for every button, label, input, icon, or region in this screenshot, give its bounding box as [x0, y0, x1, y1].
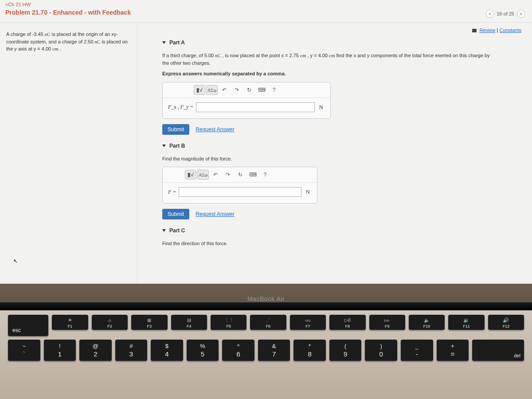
part-b-request-answer[interactable]: Request Answer	[196, 211, 234, 217]
key-f1[interactable]: ☀F1	[52, 315, 88, 330]
key-del[interactable]: del	[472, 340, 524, 361]
part-a-lhs: F_x , F_y =	[168, 104, 193, 110]
redo-icon[interactable]: ↷	[231, 85, 243, 95]
part-a-title: Part A	[169, 39, 185, 46]
key-f11[interactable]: 🔉F11	[448, 315, 484, 330]
key-icon: ▹▹	[384, 317, 390, 323]
key-icon: ⋮⋮	[224, 317, 234, 323]
part-b-lhs: F =	[168, 189, 176, 196]
part-b-unit: N	[304, 188, 312, 196]
next-button[interactable]: >	[517, 10, 525, 18]
part-a-input[interactable]	[196, 102, 314, 112]
part-b-prompt: Find the magnitude of this force.	[162, 155, 490, 163]
breadcrumb[interactable]: <Ch 21 HW	[0, 0, 532, 8]
part-a-submit-button[interactable]: Submit	[162, 124, 189, 135]
key-f7[interactable]: ◃◃F7	[290, 315, 326, 330]
part-c-title: Part C	[169, 227, 185, 234]
key--[interactable]: _-	[401, 340, 433, 361]
pager: < 16 of 25 >	[486, 10, 525, 18]
key-f12[interactable]: 🔊F12	[488, 315, 524, 330]
chevron-down-icon	[162, 229, 166, 232]
part-a-unit: N	[317, 104, 325, 111]
problem-title: Problem 21.70 - Enhanced - with Feedback	[0, 8, 532, 19]
undo-icon[interactable]: ↶	[210, 170, 221, 180]
part-a-answerbox: ▮√ ΑΣφ ↶ ↷ ↻ ⌨ ? F_x , F_y = N	[162, 82, 331, 119]
key-2[interactable]: @2	[79, 340, 112, 361]
chevron-down-icon	[162, 41, 166, 44]
chevron-down-icon	[162, 145, 166, 147]
template-tool[interactable]: ▮√	[194, 85, 205, 95]
greek-tool[interactable]: ΑΣφ	[197, 170, 209, 180]
key-3[interactable]: #3	[115, 340, 148, 361]
key-f6[interactable]: ⋰F6	[250, 315, 286, 330]
key-f5[interactable]: ⋮⋮F5	[211, 315, 246, 330]
key-icon: ▷II	[344, 317, 351, 323]
template-tool[interactable]: ▮√	[185, 170, 196, 180]
keyboard-icon[interactable]: ⌨	[247, 170, 258, 180]
key-9[interactable]: (9	[329, 340, 362, 361]
key-f9[interactable]: ▹▹F9	[369, 315, 405, 330]
key-=[interactable]: +=	[437, 340, 469, 361]
keyboard-icon[interactable]: ⌨	[256, 85, 267, 95]
laptop-brand: MacBook Air	[247, 295, 285, 302]
key-f10[interactable]: 🔈F10	[409, 315, 445, 330]
key-f4[interactable]: ⊟F4	[171, 315, 207, 330]
part-a-header[interactable]: Part A	[162, 39, 523, 46]
part-b-answerbox: ▮√ ΑΣφ ↶ ↷ ↻ ⌨ ? F = N	[162, 167, 317, 203]
key-0[interactable]: )0	[365, 340, 397, 361]
part-b-header[interactable]: Part B	[162, 143, 523, 149]
page-counter: 16 of 25	[497, 11, 514, 16]
greek-tool[interactable]: ΑΣφ	[206, 85, 218, 95]
key-icon: ◃◃	[305, 317, 310, 323]
key-f2[interactable]: ☼F2	[92, 315, 128, 330]
key-7[interactable]: &7	[258, 340, 290, 361]
part-b-input[interactable]	[179, 187, 301, 197]
part-a-prompt: If a third charge, of 5.00 nC , is now p…	[162, 52, 490, 66]
cursor-icon: ↖	[13, 257, 18, 265]
key-icon: ⊞	[147, 317, 151, 323]
key-icon: 🔈	[424, 317, 430, 323]
part-a-request-answer[interactable]: Request Answer	[196, 126, 234, 133]
key-5[interactable]: %5	[187, 340, 219, 361]
reset-icon[interactable]: ↻	[243, 85, 255, 95]
undo-icon[interactable]: ↶	[219, 85, 230, 95]
key-4[interactable]: $4	[151, 340, 183, 361]
part-b-submit-button[interactable]: Submit	[162, 209, 189, 219]
help-icon[interactable]: ?	[259, 170, 271, 180]
part-a-instruction: Express answers numerically separated by…	[162, 70, 490, 78]
part-c-prompt: Find the direction of this force.	[162, 240, 490, 247]
key-icon: ⊟	[187, 317, 191, 323]
prev-button[interactable]: <	[486, 10, 494, 18]
keyboard: esc☀F1☼F2⊞F3⊟F4⋮⋮F5⋰F6◃◃F7▷IIF8▹▹F9🔈F10🔉…	[0, 310, 532, 399]
key-icon: ☼	[107, 317, 112, 323]
key-icon: ⋰	[266, 317, 271, 323]
redo-icon[interactable]: ↷	[222, 170, 234, 180]
reset-icon[interactable]: ↻	[235, 170, 246, 180]
key-f3[interactable]: ⊞F3	[131, 315, 167, 330]
key-6[interactable]: ^6	[222, 340, 254, 361]
key-`[interactable]: ~`	[8, 340, 40, 361]
key-8[interactable]: *8	[293, 340, 326, 361]
problem-statement: A charge of -3.45 nC is placed at the or…	[0, 23, 137, 293]
part-b-title: Part B	[169, 143, 185, 149]
part-c-header[interactable]: Part C	[162, 227, 523, 234]
key-esc[interactable]: esc	[8, 315, 48, 336]
key-1[interactable]: !1	[44, 340, 76, 361]
key-icon: ☀	[68, 317, 72, 323]
help-icon[interactable]: ?	[268, 85, 280, 95]
laptop-hinge	[0, 302, 532, 310]
key-icon: 🔉	[463, 317, 469, 323]
key-f8[interactable]: ▷IIF8	[329, 315, 365, 330]
key-icon: 🔊	[503, 317, 509, 323]
